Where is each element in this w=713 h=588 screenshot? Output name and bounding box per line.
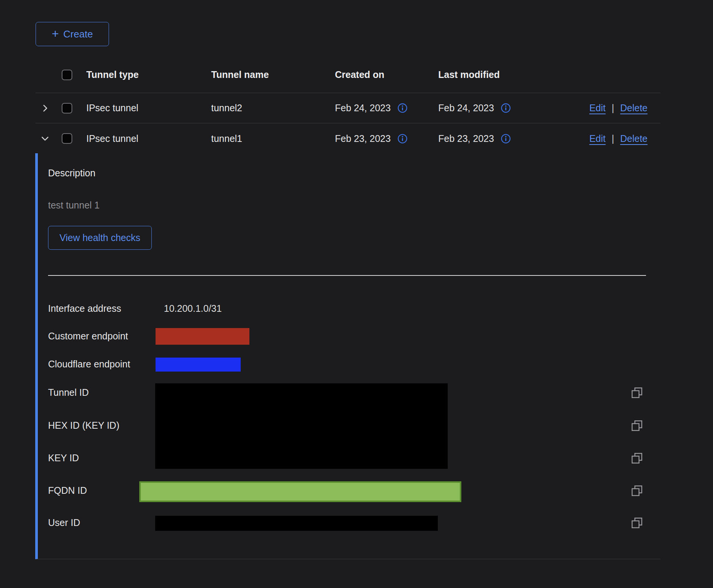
ids-redacted-value	[155, 383, 448, 469]
tunnel-name-cell: tunnel2	[211, 103, 335, 114]
header-last-modified: Last modified	[438, 69, 583, 80]
tunnels-table: Tunnel type Tunnel name Created on Last …	[36, 57, 660, 154]
header-tunnel-name: Tunnel name	[211, 69, 335, 80]
chevron-down-icon[interactable]	[40, 134, 50, 143]
chevron-right-icon[interactable]	[40, 103, 50, 113]
delete-link[interactable]: Delete	[620, 103, 648, 114]
tunnel-type-cell: IPsec tunnel	[86, 103, 211, 114]
info-icon[interactable]	[501, 134, 511, 144]
customer-endpoint-label: Customer endpoint	[48, 331, 128, 342]
row-checkbox[interactable]	[62, 133, 72, 144]
copy-hex-id-button[interactable]	[630, 419, 643, 432]
table-row: IPsec tunnel tunnel2 Feb 24, 2023 Feb 24…	[36, 93, 660, 123]
tunnels-page: + Create Tunnel type Tunnel name Created…	[0, 0, 713, 588]
info-icon[interactable]	[397, 134, 408, 144]
copy-key-id-button[interactable]	[630, 452, 643, 465]
last-modified-cell: Feb 24, 2023	[438, 103, 494, 114]
tunnel-name-cell: tunnel1	[211, 133, 335, 144]
create-button-label: Create	[63, 28, 93, 40]
copy-icon	[630, 516, 643, 529]
actions-separator: |	[612, 103, 614, 114]
info-icon[interactable]	[397, 103, 408, 113]
header-tunnel-type: Tunnel type	[86, 69, 211, 80]
fqdn-id-redacted-value	[139, 481, 461, 502]
user-id-redacted-value	[155, 516, 438, 531]
create-button[interactable]: + Create	[36, 22, 109, 46]
view-health-checks-button[interactable]: View health checks	[48, 226, 152, 250]
description-value: test tunnel 1	[48, 200, 100, 211]
user-id-label: User ID	[48, 517, 80, 528]
edit-link[interactable]: Edit	[589, 133, 606, 144]
section-divider	[48, 275, 646, 276]
table-row: IPsec tunnel tunnel1 Feb 23, 2023 Feb 23…	[36, 123, 660, 154]
created-on-cell: Feb 23, 2023	[335, 133, 391, 144]
cloudflare-endpoint-redacted-value	[156, 358, 241, 372]
created-on-cell: Feb 24, 2023	[335, 103, 391, 114]
fqdn-id-label: FQDN ID	[48, 485, 87, 496]
description-label: Description	[48, 168, 95, 179]
row-checkbox[interactable]	[62, 103, 72, 114]
info-icon[interactable]	[501, 103, 511, 113]
tunnel-type-cell: IPsec tunnel	[86, 133, 211, 144]
customer-endpoint-redacted-value	[156, 328, 249, 345]
plus-icon: +	[52, 28, 59, 40]
table-header-row: Tunnel type Tunnel name Created on Last …	[36, 57, 660, 93]
copy-user-id-button[interactable]	[630, 516, 643, 529]
cloudflare-endpoint-label: Cloudflare endpoint	[48, 359, 130, 370]
copy-icon	[630, 484, 643, 497]
actions-separator: |	[612, 133, 614, 144]
copy-icon	[630, 419, 643, 432]
header-created-on: Created on	[335, 69, 438, 80]
hex-id-label: HEX ID (KEY ID)	[48, 420, 119, 431]
delete-link[interactable]: Delete	[620, 133, 648, 144]
copy-tunnel-id-button[interactable]	[630, 386, 643, 399]
select-all-checkbox[interactable]	[62, 70, 72, 80]
copy-icon	[630, 386, 643, 399]
edit-link[interactable]: Edit	[589, 103, 606, 114]
copy-fqdn-id-button[interactable]	[630, 484, 643, 497]
interface-address-value: 10.200.1.0/31	[164, 303, 222, 314]
interface-address-label: Interface address	[48, 303, 121, 314]
tunnel-id-label: Tunnel ID	[48, 387, 89, 398]
key-id-label: KEY ID	[48, 453, 79, 464]
copy-icon	[630, 452, 643, 465]
last-modified-cell: Feb 23, 2023	[438, 133, 494, 144]
